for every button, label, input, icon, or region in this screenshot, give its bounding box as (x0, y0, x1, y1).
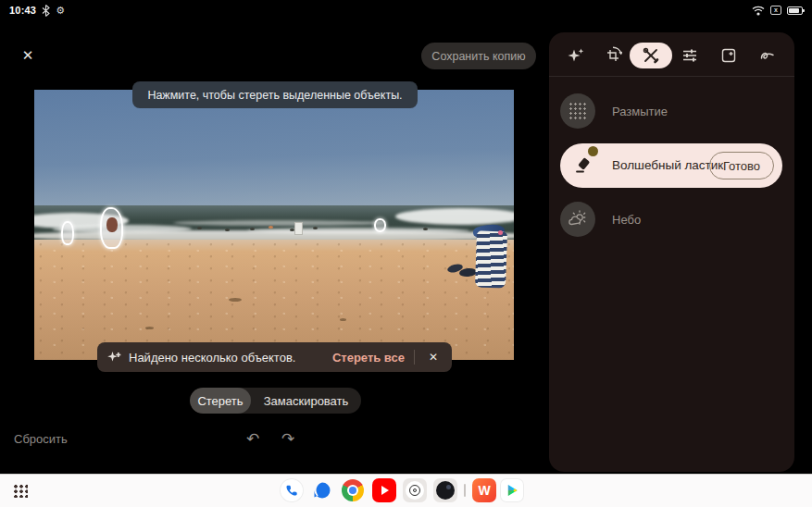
app-play-store[interactable] (500, 478, 524, 502)
beach-sign (294, 222, 303, 235)
wave-foam (173, 220, 386, 226)
toast-message: Найдено несколько объектов. (129, 351, 332, 365)
striped-beach-bag (475, 230, 507, 288)
tab-crop-rotate[interactable] (594, 43, 631, 68)
swimmer (197, 227, 202, 229)
wave-foam (395, 208, 514, 225)
objects-found-toast: Найдено несколько объектов. Стереть все … (97, 342, 452, 372)
bag-pink-detail (498, 230, 503, 235)
crop-rotate-icon (604, 46, 622, 65)
tab-markup[interactable] (749, 43, 786, 68)
blur-label: Размытие (612, 105, 668, 118)
sand-debris (145, 327, 154, 329)
swimmer (250, 228, 255, 230)
settings-gear-icon: ⚙ (56, 5, 65, 17)
filters-icon (719, 46, 738, 65)
photo-canvas[interactable] (34, 90, 514, 360)
blur-tool-button[interactable] (560, 93, 595, 129)
sparkle-icon (106, 350, 121, 365)
close-editor-button[interactable]: ✕ (18, 45, 38, 66)
wps-icon: W (472, 478, 496, 502)
tab-filters[interactable] (710, 43, 747, 68)
highlighted-person[interactable] (61, 221, 74, 245)
person-body (106, 217, 118, 232)
no-sim-icon: x (770, 6, 781, 15)
app-messages[interactable] (310, 478, 334, 502)
eraser-icon (574, 156, 593, 175)
swimmer (313, 227, 318, 229)
sparkle-icon (567, 46, 585, 65)
done-button[interactable]: Готово (709, 152, 774, 179)
messages-icon (312, 480, 332, 501)
screen: 10:43 ⚙ x ✕ Сохранить копию (0, 0, 812, 507)
toast-divider (414, 350, 415, 365)
highlighted-person[interactable] (374, 218, 386, 232)
reset-button[interactable]: Сбросить (14, 432, 68, 446)
app-chrome[interactable] (341, 478, 365, 502)
tools-icon (642, 46, 660, 65)
erase-tab[interactable]: Стереть (190, 388, 251, 414)
markup-pen-icon (758, 46, 777, 65)
wifi-icon (752, 6, 765, 16)
edit-tools-panel: Размытие Волшебный ластик Готово Небо (549, 32, 794, 472)
app-wps-office[interactable]: W (472, 478, 496, 502)
camouflage-tab[interactable]: Замаскировать (251, 388, 361, 414)
blur-dots-icon (568, 102, 587, 120)
tab-adjust[interactable] (671, 43, 708, 68)
swimmer (423, 228, 428, 230)
magic-eraser-item[interactable]: Волшебный ластик Готово (560, 143, 782, 188)
undo-icon[interactable]: ↶ (242, 427, 264, 450)
dock-divider (464, 484, 466, 497)
phone-icon (285, 484, 298, 497)
highlighted-person[interactable] (100, 207, 123, 249)
sky-label: Небо (612, 213, 641, 227)
hint-tooltip: Нажмите, чтобы стереть выделенные объект… (132, 81, 418, 108)
erase-mode-toggle: Стереть Замаскировать (190, 388, 361, 414)
save-copy-button[interactable]: Сохранить копию (421, 43, 536, 69)
battery-icon (787, 6, 803, 15)
recorder-icon (406, 481, 424, 500)
app-camera[interactable] (433, 478, 457, 502)
swimmer (269, 226, 273, 229)
sand-debris (340, 318, 346, 321)
apps-grid-button[interactable] (13, 484, 28, 498)
sand-debris (229, 298, 242, 302)
camera-lens-icon (436, 481, 455, 500)
sliders-icon (681, 46, 699, 65)
tab-suggestions[interactable] (557, 43, 594, 68)
swimmer (225, 229, 230, 231)
redo-icon[interactable]: ↷ (277, 427, 299, 450)
toast-close-icon[interactable]: ✕ (424, 351, 443, 364)
erase-all-button[interactable]: Стереть все (332, 351, 405, 365)
chrome-icon (342, 479, 364, 501)
play-store-icon (506, 483, 519, 498)
sky-sun-cloud-icon (568, 209, 588, 229)
app-phone[interactable] (280, 478, 304, 502)
app-youtube[interactable] (372, 478, 396, 502)
update-badge-dot (588, 146, 598, 156)
tab-tools[interactable] (630, 43, 672, 68)
sky-tool-button[interactable] (560, 202, 595, 237)
bluetooth-icon (42, 5, 50, 17)
youtube-icon (372, 478, 396, 502)
clock: 10:43 (9, 5, 36, 16)
app-recorder[interactable] (403, 478, 427, 502)
status-bar: 10:43 ⚙ x (0, 0, 812, 20)
magic-eraser-label: Волшебный ластик (612, 143, 723, 188)
panel-divider (549, 76, 794, 77)
